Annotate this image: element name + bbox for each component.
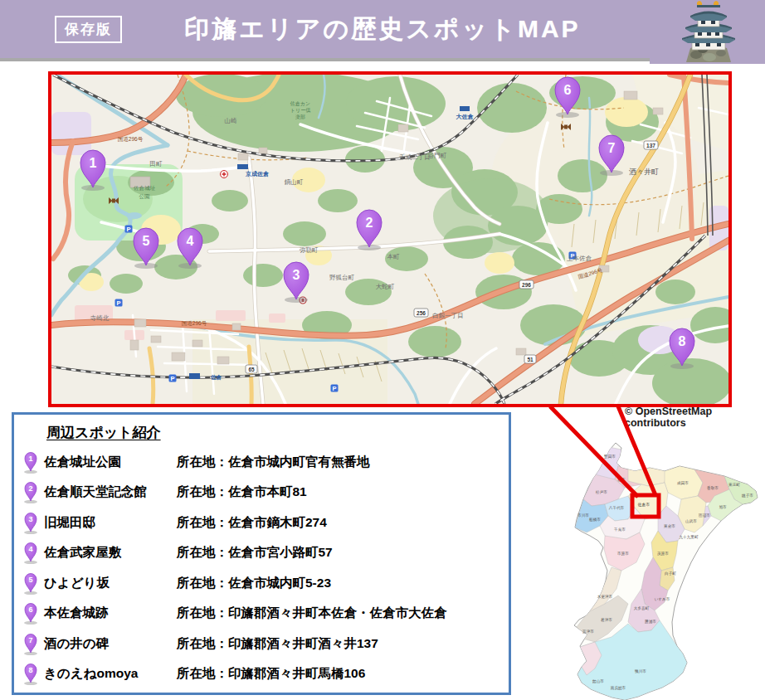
svg-text:千葉市: 千葉市: [614, 527, 626, 532]
svg-text:いすみ市: いすみ市: [655, 597, 670, 601]
svg-text:佐倉: 佐倉: [210, 374, 222, 381]
legend-box: 周辺スポット紹介 1 佐倉城址公園 所在地：佐倉市城内町官有無番地 2 佐倉順天…: [12, 412, 511, 695]
svg-text:国道296号: 国道296号: [118, 136, 144, 142]
svg-text:佐倉城址: 佐倉城址: [134, 185, 156, 192]
svg-text:茂原市: 茂原市: [657, 551, 669, 556]
spot-address: 所在地：印旛郡酒々井町本佐倉・佐倉市大佐倉: [177, 605, 447, 622]
svg-text:九十九里町: 九十九里町: [680, 534, 699, 539]
svg-text:松戸市: 松戸市: [595, 490, 607, 494]
legend-pin-8-icon: 8: [22, 663, 44, 685]
castle-icon: [675, 0, 741, 63]
spot-address: 所在地：佐倉市城内町5-23: [177, 575, 331, 592]
legend-row-3: 3 旧堀田邸 所在地：佐倉市鏑木町274: [14, 508, 509, 538]
svg-text:白銀一丁目: 白銀一丁目: [432, 312, 464, 319]
svg-text:296: 296: [522, 282, 531, 288]
svg-text:51: 51: [527, 357, 534, 362]
spot-name: 旧堀田邸: [44, 514, 177, 532]
svg-text:東金市: 東金市: [664, 524, 675, 528]
svg-text:7: 7: [28, 635, 32, 644]
legend-row-2: 2 佐倉順天堂記念館 所在地：佐倉市本町81: [14, 478, 509, 508]
svg-text:山崎: 山崎: [225, 117, 238, 124]
svg-text:谷門町: 谷門町: [428, 152, 447, 159]
osm-attribution: © OpenStreetMap contributors: [625, 406, 765, 429]
spot-name: 佐倉城址公園: [44, 454, 177, 471]
svg-text:8: 8: [679, 334, 686, 348]
legend-row-8: 8 きのえねomoya 所在地：印旛郡酒々井町馬橋106: [14, 659, 509, 690]
svg-text:寺崎北: 寺崎北: [90, 314, 110, 322]
spot-address: 所在地：印旛郡酒々井町酒々井137: [177, 635, 378, 653]
legend-row-1: 1 佐倉城址公園 所在地：佐倉市城内町官有無番地: [14, 447, 509, 478]
spot-name: 佐倉順天堂記念館: [44, 484, 177, 501]
svg-text:1: 1: [90, 156, 97, 170]
map-pin-3: 3: [278, 261, 314, 303]
svg-text:香取市: 香取市: [707, 485, 719, 491]
spot-name: 酒の井の碑: [44, 635, 177, 653]
hospital-icon: [221, 171, 228, 178]
svg-text:4: 4: [187, 234, 194, 248]
svg-text:八千代市: 八千代市: [609, 506, 625, 510]
legend-title: 周辺スポット紹介: [46, 423, 161, 442]
svg-text:富津市: 富津市: [582, 630, 594, 634]
svg-text:東庄町: 東庄町: [728, 482, 740, 487]
svg-text:5: 5: [143, 234, 150, 248]
svg-text:上本佐倉: 上本佐倉: [567, 255, 592, 262]
map-pin-7: 7: [593, 134, 630, 176]
map-pin-2: 2: [351, 209, 387, 250]
svg-text:本町: 本町: [387, 253, 401, 260]
map-pin-5: 5: [128, 227, 164, 269]
map-pin-6: 6: [549, 76, 586, 118]
svg-text:京成佐倉: 京成佐倉: [245, 170, 270, 177]
svg-text:P: P: [170, 375, 174, 382]
legend-pin-5-icon: 5: [22, 572, 44, 595]
map-pin-1: 1: [75, 149, 111, 191]
svg-text:君津市: 君津市: [601, 617, 612, 622]
svg-text:トリー倶: トリー倶: [290, 107, 310, 114]
svg-text:野狐台町: 野狐台町: [329, 274, 355, 281]
page-title: 印旛エリアの歴史スポットMAP: [184, 12, 580, 46]
svg-text:4: 4: [28, 545, 32, 553]
flyer-page: { "colors": { "header_bg": "#b1a4c6", "a…: [0, 0, 765, 700]
svg-text:大蛇町: 大蛇町: [376, 283, 395, 290]
svg-text:2: 2: [366, 216, 373, 230]
svg-text:勝浦市: 勝浦市: [645, 619, 656, 624]
spot-address: 所在地：佐倉市鏑木町274: [177, 514, 327, 532]
svg-text:田町: 田町: [150, 160, 163, 168]
castle-panel: [650, 0, 765, 64]
svg-text:3: 3: [293, 268, 300, 282]
svg-text:6: 6: [564, 83, 572, 97]
svg-text:大佐倉: 大佐倉: [456, 114, 475, 120]
legend-rows: 1 佐倉城址公園 所在地：佐倉市城内町官有無番地 2 佐倉順天堂記念館 所在地：…: [14, 447, 509, 689]
legend-pin-4-icon: 4: [22, 542, 44, 564]
spot-name: 本佐倉城跡: [44, 605, 177, 622]
spot-address: 所在地：佐倉市城内町官有無番地: [177, 454, 370, 471]
spot-name: ひよどり坂: [44, 575, 177, 592]
legend-pin-6-icon: 6: [22, 602, 44, 625]
spot-address: 所在地：佐倉市本町81: [177, 484, 307, 501]
svg-text:市原市: 市原市: [616, 551, 629, 556]
svg-text:7: 7: [608, 141, 616, 155]
map-pin-8: 8: [664, 328, 700, 369]
svg-text:3: 3: [28, 514, 32, 523]
svg-text:白子町: 白子町: [665, 571, 676, 576]
svg-text:8: 8: [28, 666, 32, 674]
spot-name: きのえねomoya: [44, 665, 177, 683]
svg-text:6: 6: [28, 605, 32, 614]
edition-badge: 保存版: [55, 16, 122, 43]
svg-text:256: 256: [417, 310, 426, 316]
svg-text:P: P: [332, 385, 336, 392]
legend-pin-2-icon: 2: [22, 481, 44, 503]
legend-pin-7-icon: 7: [22, 633, 44, 655]
svg-text:大多喜町: 大多喜町: [634, 605, 650, 610]
spot-address: 所在地：佐倉市宮小路町57: [177, 544, 333, 561]
svg-text:楽部: 楽部: [295, 114, 305, 120]
svg-text:公園: 公園: [139, 193, 150, 200]
spot-address: 所在地：印旛郡酒々井町馬橋106: [177, 665, 365, 683]
legend-row-6: 6 本佐倉城跡 所在地：印旛郡酒々井町本佐倉・佐倉市大佐倉: [14, 599, 509, 630]
svg-text:鴨川市: 鴨川市: [635, 669, 646, 673]
legend-pin-3-icon: 3: [22, 512, 44, 534]
svg-text:137: 137: [646, 143, 655, 148]
svg-text:2: 2: [28, 484, 32, 493]
svg-text:千成二丁目: 千成二丁目: [399, 153, 431, 161]
map-pin-4: 4: [172, 227, 208, 269]
svg-text:1: 1: [28, 454, 32, 462]
